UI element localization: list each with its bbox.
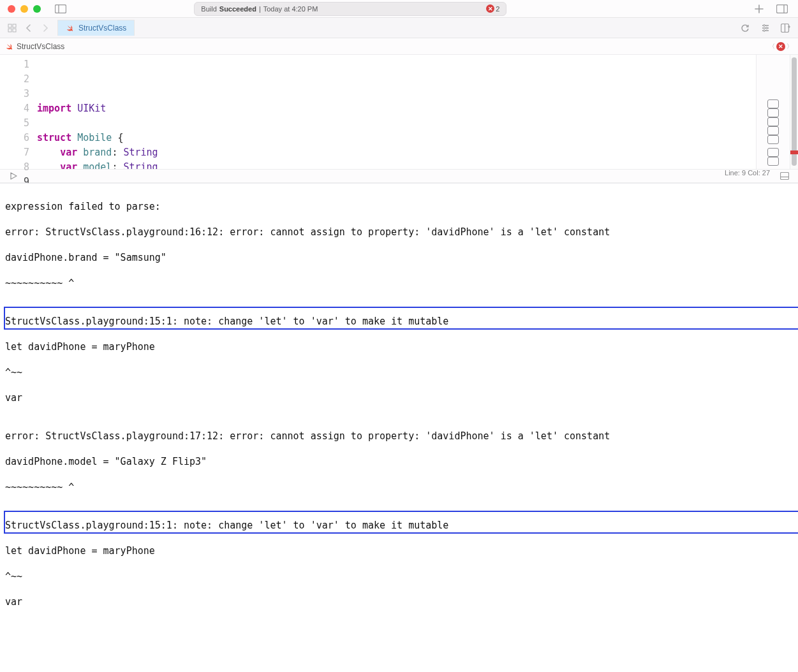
console-line: ~~~~~~~~~~ ^	[5, 481, 793, 493]
result-indicator[interactable]	[767, 117, 779, 126]
error-badge-icon[interactable]: ✕	[776, 42, 785, 51]
status-strong: Succeeded	[219, 5, 256, 13]
svg-rect-4	[8, 24, 11, 27]
svg-rect-0	[55, 4, 66, 13]
status-sep: |	[259, 5, 261, 13]
build-status-pill[interactable]: Build Succeeded | Today at 4:20 PM ✕ 2	[194, 2, 506, 16]
error-marker[interactable]	[790, 150, 798, 154]
console-line: davidPhone.model = "Galaxy Z Flip3"	[5, 455, 793, 468]
svg-rect-5	[13, 24, 16, 27]
status-time: Today at 4:20 PM	[263, 5, 318, 13]
line-gutter: 123456789101112131415161718192021	[0, 55, 37, 169]
debug-console[interactable]: expression failed to parse: error: Struc…	[0, 183, 798, 672]
result-indicator[interactable]	[767, 135, 779, 144]
svg-point-8	[764, 24, 765, 26]
chevron-right-icon[interactable]: 〉	[787, 42, 793, 51]
console-line: expression failed to parse:	[5, 200, 793, 213]
result-indicator[interactable]	[767, 148, 779, 157]
panels-toggle-icon[interactable]	[774, 2, 790, 16]
nav-forward-icon[interactable]	[38, 21, 52, 35]
result-indicator[interactable]	[767, 157, 779, 166]
swift-file-icon	[5, 42, 14, 51]
editor-status-strip: Line: 9 Col: 27	[0, 169, 798, 183]
related-items-icon[interactable]	[5, 21, 19, 35]
code-editor[interactable]: 123456789101112131415161718192021 import…	[0, 55, 757, 169]
console-line: var	[5, 595, 793, 608]
console-line: error: StructVsClass.playground:17:12: e…	[5, 430, 793, 442]
cursor-position: Line: 9 Col: 27	[725, 169, 770, 183]
svg-point-9	[766, 27, 768, 29]
zoom-window-button[interactable]	[33, 5, 41, 13]
error-octagon-icon: ✕	[486, 4, 494, 13]
minimize-window-button[interactable]	[20, 5, 28, 13]
svg-rect-7	[13, 29, 16, 32]
close-window-button[interactable]	[8, 5, 15, 13]
breadcrumb-bar: StructVsClass 〈 ✕ 〉	[0, 38, 798, 55]
titlebar: Build Succeeded | Today at 4:20 PM ✕ 2	[0, 0, 798, 18]
sidebar-toggle-icon[interactable]	[52, 2, 69, 16]
adjust-editor-icon[interactable]	[758, 21, 772, 35]
tab-label: StructVsClass	[78, 24, 126, 33]
console-line: let davidPhone = maryPhone	[5, 340, 793, 353]
console-line: ^~~	[5, 366, 793, 379]
panel-toggle-icon[interactable]	[778, 169, 792, 183]
refresh-icon[interactable]	[738, 21, 752, 35]
add-tab-icon[interactable]	[752, 2, 766, 16]
window-controls	[8, 5, 41, 13]
tab-bar: StructVsClass	[0, 18, 798, 38]
console-line: error: StructVsClass.playground:16:12: e…	[5, 226, 793, 238]
svg-rect-6	[8, 29, 11, 32]
error-count: 2	[496, 5, 499, 13]
chevron-left-icon[interactable]: 〈	[769, 42, 775, 51]
scrollbar-thumb[interactable]	[792, 57, 797, 166]
console-line: StructVsClass.playground:15:1: note: cha…	[5, 519, 793, 532]
result-indicator[interactable]	[767, 99, 779, 108]
console-line: let davidPhone = maryPhone	[5, 544, 793, 557]
svg-rect-13	[781, 173, 789, 180]
nav-back-icon[interactable]	[22, 21, 36, 35]
editor-wrapper: 123456789101112131415161718192021 import…	[0, 55, 798, 672]
console-line: ~~~~~~~~~~ ^	[5, 277, 793, 289]
console-line: StructVsClass.playground:15:1: note: cha…	[5, 315, 793, 328]
console-line: var	[5, 391, 793, 404]
console-line: davidPhone.brand = "Samsung"	[5, 251, 793, 264]
code-area[interactable]: import UIKitstruct Mobile { var brand: S…	[37, 55, 756, 169]
tab-structvsclass[interactable]: StructVsClass	[57, 20, 135, 36]
status-prefix: Build	[201, 5, 216, 13]
result-indicator[interactable]	[767, 108, 779, 117]
add-editor-icon[interactable]	[779, 21, 793, 35]
results-sidebar	[757, 55, 790, 169]
svg-rect-2	[776, 4, 787, 13]
breadcrumb-file[interactable]: StructVsClass	[17, 42, 64, 51]
result-indicator[interactable]	[767, 126, 779, 135]
console-line: ^~~	[5, 570, 793, 583]
vertical-scrollbar[interactable]	[790, 55, 798, 169]
swift-file-icon	[66, 24, 75, 33]
svg-point-10	[764, 29, 765, 31]
